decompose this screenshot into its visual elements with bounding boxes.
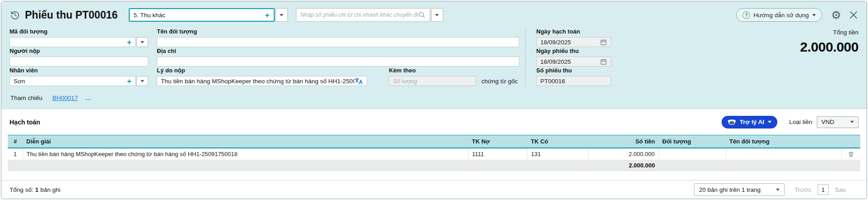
attachment-label: Kèm theo: [389, 67, 476, 74]
user-guide-label: Hướng dẫn sử dụng: [753, 12, 809, 19]
address-input[interactable]: [157, 57, 519, 67]
chevron-down-icon: [141, 80, 144, 82]
voucher-type-value: 5. Thu khác: [134, 12, 165, 19]
search-icon[interactable]: [418, 11, 426, 19]
object-name-input[interactable]: [157, 37, 519, 47]
object-name-label: Tên đối tượng: [157, 28, 519, 35]
posting-date-input[interactable]: 18/09/2025: [536, 37, 611, 47]
address-label: Địa chỉ: [157, 48, 519, 55]
translate-icon[interactable]: [354, 77, 363, 85]
object-code-label: Mã đối tượng: [10, 28, 148, 35]
currency-value: VND: [821, 119, 834, 125]
col-actions: [841, 135, 860, 148]
page-size-value: 20 bản ghi trên 1 trang: [699, 186, 761, 193]
col-credit-account: TK Có: [527, 135, 588, 148]
employee-field: Nhân viên Sơn +: [10, 67, 148, 86]
transfer-search-placeholder: Nhập số phiếu chi từ chi nhánh khác chuy…: [301, 12, 418, 18]
accounting-table: # Diễn giải TK Nợ TK Có Số tiền Đối tượn…: [8, 135, 860, 171]
receipt-date-input[interactable]: 18/09/2025: [536, 57, 611, 67]
col-index: #: [8, 135, 23, 148]
payer-label: Người nộp: [10, 48, 148, 55]
receipt-number-field: Số phiếu thu PT00016: [536, 67, 611, 86]
attachment-suffix: chứng từ gốc: [481, 78, 518, 86]
chevron-down-icon: [812, 14, 816, 16]
receipt-number-input[interactable]: PT00016: [536, 76, 611, 86]
employee-dropdown-button[interactable]: [136, 76, 148, 86]
posting-date-label: Ngày hạch toán: [536, 28, 611, 35]
attachment-input[interactable]: Số lượng: [389, 76, 476, 86]
form-column-3: Ngày hạch toán 18/09/2025 Ngày phiếu thu…: [536, 28, 611, 86]
table-total-row: 2.000.000: [8, 160, 860, 171]
employee-input[interactable]: Sơn +: [10, 76, 136, 86]
voucher-top-panel: Phiếu thu PT00016 5. Thu khác + Nhập số …: [1, 1, 867, 109]
next-page-button[interactable]: Sau: [835, 186, 846, 193]
chevron-down-icon: [850, 121, 854, 123]
object-code-dropdown-button[interactable]: [136, 37, 148, 47]
currency-select[interactable]: VND: [817, 116, 858, 128]
cell-description[interactable]: Thu tiền bán hàng MShopKeeper theo chứng…: [23, 148, 468, 160]
table-header-row: # Diễn giải TK Nợ TK Có Số tiền Đối tượn…: [8, 135, 860, 148]
attachment-field: Kèm theo Số lượng: [389, 67, 476, 86]
reference-more-link[interactable]: ...: [85, 95, 92, 101]
employee-label: Nhân viên: [10, 67, 148, 74]
reference-row: Tham chiếu BH00017 ...: [10, 86, 858, 109]
ai-assistant-button[interactable]: Trợ lý AI: [722, 116, 777, 129]
prev-page-button[interactable]: Trước: [795, 186, 811, 193]
cell-debit-account[interactable]: 1111: [468, 148, 527, 160]
close-icon[interactable]: [849, 10, 858, 20]
reason-field: Lý do nộp Thu tiền bán hàng MShopKeeper …: [157, 67, 367, 86]
gear-icon[interactable]: ⚙: [831, 10, 841, 21]
object-code-input[interactable]: +: [10, 37, 136, 47]
receipt-number-label: Số phiếu thu: [536, 67, 611, 74]
history-icon[interactable]: [10, 10, 20, 20]
cell-object[interactable]: [659, 148, 726, 160]
add-employee-icon[interactable]: +: [127, 77, 131, 85]
chevron-down-icon: [280, 14, 283, 16]
receipt-date-field: Ngày phiếu thu 18/09/2025: [536, 48, 611, 67]
receipt-date-label: Ngày phiếu thu: [536, 48, 611, 55]
table-row[interactable]: 1 Thu tiền bán hàng MShopKeeper theo chứ…: [8, 148, 860, 160]
posting-date-field: Ngày hạch toán 18/09/2025: [536, 28, 611, 47]
voucher-type-select[interactable]: 5. Thu khác +: [129, 8, 275, 22]
record-count: 1: [35, 186, 39, 193]
transfer-search-dropdown-button[interactable]: [431, 8, 443, 22]
chevron-down-icon: [141, 41, 144, 43]
table-total-amount: 2.000.000: [588, 160, 659, 171]
reason-attachment-row: Lý do nộp Thu tiền bán hàng MShopKeeper …: [157, 67, 519, 86]
payer-input[interactable]: [10, 57, 148, 67]
receipt-voucher-window: Phiếu thu PT00016 5. Thu khác + Nhập số …: [1, 1, 867, 199]
add-voucher-type-icon[interactable]: +: [265, 11, 270, 19]
total-amount-label: Tổng tiền: [611, 29, 858, 36]
calendar-icon[interactable]: [600, 39, 607, 46]
reference-link[interactable]: BH00017: [53, 95, 78, 101]
currency-label: Loại tiền: [789, 119, 812, 125]
cell-credit-account[interactable]: 131: [527, 148, 588, 160]
add-object-icon[interactable]: +: [127, 38, 131, 46]
form-column-1: Mã đối tượng + Người nộp: [10, 28, 148, 86]
page-number-input[interactable]: 1: [818, 184, 829, 195]
voucher-type-dropdown-button[interactable]: [276, 8, 288, 22]
user-guide-button[interactable]: ? Hướng dẫn sử dụng: [736, 8, 822, 22]
col-debit-account: TK Nợ: [468, 135, 527, 148]
col-object: Đối tượng: [659, 135, 726, 148]
record-count-suffix: bản ghi: [40, 186, 60, 193]
cell-index[interactable]: 1: [8, 148, 23, 160]
total-amount-value: 2.000.000: [611, 39, 858, 55]
ai-assistant-label: Trợ lý AI: [740, 119, 764, 125]
accounting-title: Hạch toán: [10, 119, 40, 126]
page-size-select[interactable]: 20 bản ghi trên 1 trang: [694, 183, 785, 196]
cell-object-name[interactable]: [726, 148, 841, 160]
accounting-header: Hạch toán Trợ lý AI Loại tiền VND: [1, 109, 867, 135]
reference-label: Tham chiếu: [10, 95, 43, 101]
reason-input[interactable]: Thu tiền bán hàng MShopKeeper theo chứng…: [157, 76, 367, 86]
page-title: Phiếu thu PT00016: [25, 9, 118, 21]
trash-icon[interactable]: [848, 151, 854, 158]
form-column-2: Tên đối tượng Địa chỉ Lý do nộp Th: [157, 28, 519, 86]
total-amount-block: Tổng tiền 2.000.000: [611, 28, 858, 55]
transfer-search-input[interactable]: Nhập số phiếu chi từ chi nhánh khác chuy…: [296, 8, 430, 22]
cell-amount[interactable]: 2.000.000: [588, 148, 659, 160]
payer-field: Người nộp: [10, 48, 148, 67]
address-field: Địa chỉ: [157, 48, 519, 67]
calendar-icon[interactable]: [600, 58, 607, 65]
reason-label: Lý do nộp: [157, 67, 367, 74]
